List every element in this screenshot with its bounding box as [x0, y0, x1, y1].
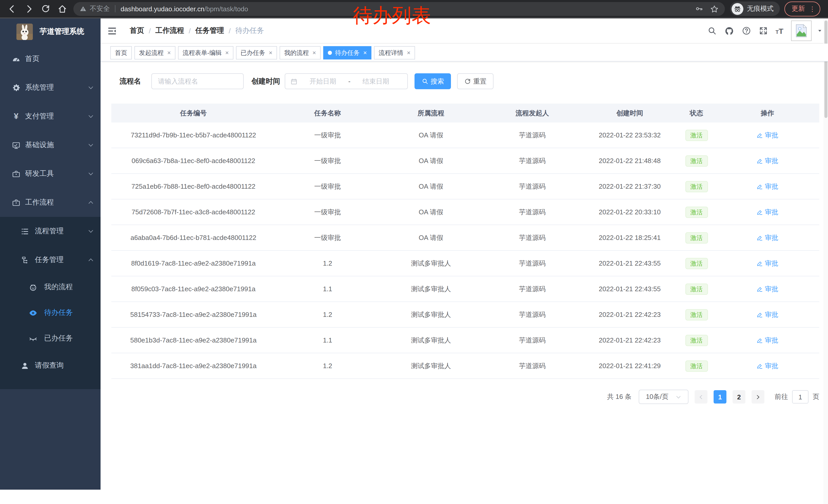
eyeclosed-icon	[29, 334, 37, 343]
breadcrumb-item-待办任务: 待办任务	[235, 26, 264, 35]
gear-icon	[12, 83, 20, 92]
breadcrumb-item-首页[interactable]: 首页	[130, 26, 144, 35]
status-cell: 激活	[677, 327, 716, 353]
tab-close-icon[interactable]: ×	[225, 49, 229, 56]
status-cell: 激活	[677, 225, 716, 250]
browser-menu-icon[interactable]: ⋮	[809, 5, 816, 12]
sidebar-item-研发工具[interactable]: 研发工具	[0, 159, 100, 188]
tab-close-icon[interactable]: ×	[313, 49, 316, 56]
prev-page-icon	[698, 394, 704, 400]
status-cell: 激活	[677, 276, 716, 302]
approve-link[interactable]: 审批	[757, 156, 778, 165]
approve-link[interactable]: 审批	[757, 335, 778, 345]
avatar[interactable]	[791, 20, 812, 41]
breadcrumb-item-工作流程[interactable]: 工作流程	[156, 26, 184, 35]
breadcrumb-item-任务管理[interactable]: 任务管理	[196, 26, 224, 35]
approve-link[interactable]: 审批	[757, 131, 778, 140]
tab-流程表单-编辑[interactable]: 流程表单-编辑×	[178, 46, 234, 59]
chevron-down-icon	[88, 228, 94, 234]
tab-首页[interactable]: 首页	[110, 46, 132, 59]
approve-link[interactable]: 审批	[757, 361, 778, 370]
tab-label: 首页	[115, 48, 127, 57]
sidebar-item-系统管理[interactable]: 系统管理	[0, 73, 100, 102]
page-button-2[interactable]: 2	[733, 390, 745, 404]
approve-link[interactable]: 审批	[757, 208, 778, 217]
approve-link[interactable]: 审批	[757, 284, 778, 293]
sidebar-item-任务管理[interactable]: 任务管理	[0, 245, 100, 274]
avatar-caret-icon[interactable]	[817, 28, 822, 33]
page-scrollbar[interactable]	[823, 18, 828, 504]
fullscreen-icon[interactable]	[758, 26, 768, 35]
tab-已办任务[interactable]: 已办任务×	[236, 46, 277, 59]
task-id-cell: 75d72608-7b7f-11ec-a3c8-acde48001122	[111, 199, 276, 225]
approve-link-label: 审批	[765, 156, 778, 165]
pen-icon	[757, 337, 763, 343]
tab-close-icon[interactable]: ×	[407, 49, 410, 56]
url-separator	[115, 5, 115, 12]
sidebar-collapse-icon[interactable]	[107, 26, 117, 36]
sidebar-item-工作流程[interactable]: 工作流程	[0, 188, 100, 217]
search-icon[interactable]	[707, 26, 716, 35]
reset-button[interactable]: 重置	[457, 73, 494, 89]
security-label[interactable]: 不安全	[90, 4, 110, 13]
start-date-placeholder[interactable]: 开始日期	[309, 77, 336, 86]
initiator-cell: 芋道源码	[482, 174, 582, 199]
tab-close-icon[interactable]: ×	[167, 49, 171, 56]
logo-row[interactable]: 芋道管理系统	[0, 18, 100, 45]
page-button-1[interactable]: 1	[714, 390, 727, 404]
github-icon[interactable]	[724, 26, 734, 36]
browser-back-icon[interactable]	[7, 4, 17, 13]
user-icon	[20, 361, 29, 370]
next-page-button[interactable]	[752, 390, 764, 404]
bookmark-star-icon[interactable]	[710, 4, 719, 13]
sidebar-item-待办任务[interactable]: 待办任务	[0, 300, 100, 326]
status-badge: 激活	[685, 181, 708, 192]
scrollbar-thumb[interactable]	[824, 20, 827, 118]
active-tab-dot	[328, 51, 332, 55]
process-name-label: 流程名	[120, 77, 141, 86]
action-cell: 审批	[716, 123, 819, 148]
tab-close-icon[interactable]: ×	[363, 49, 367, 56]
sidebar-item-label: 请假查询	[35, 361, 64, 370]
help-icon[interactable]	[742, 26, 751, 35]
select-chevron-icon	[676, 394, 681, 400]
end-date-placeholder[interactable]: 结束日期	[363, 77, 389, 86]
sidebar-item-label: 系统管理	[25, 83, 54, 92]
process-cell: 测试多审批人	[380, 327, 482, 353]
sidebar-item-流程管理[interactable]: 流程管理	[0, 217, 100, 245]
browser-home-icon[interactable]	[57, 4, 67, 13]
font-size-icon[interactable]: TT	[776, 27, 783, 35]
tab-发起流程[interactable]: 发起流程×	[134, 46, 175, 59]
date-range-input[interactable]: 开始日期 - 结束日期	[285, 73, 408, 89]
prev-page-button[interactable]	[695, 390, 707, 404]
task-name-cell: 1.1	[276, 327, 380, 353]
search-button[interactable]: 搜索	[415, 73, 451, 89]
tab-close-icon[interactable]: ×	[269, 49, 273, 56]
update-button[interactable]: 更新 ⋮	[784, 1, 820, 16]
sidebar-item-我的流程[interactable]: 我的流程	[0, 274, 100, 300]
pen-icon	[757, 312, 763, 318]
browser-forward-icon[interactable]	[24, 4, 34, 13]
task-id-cell: a6aba0a4-7b6d-11ec-b781-acde48001122	[111, 225, 276, 250]
tab-流程详情[interactable]: 流程详情×	[374, 46, 415, 59]
tab-我的流程[interactable]: 我的流程×	[280, 46, 321, 59]
sidebar-item-首页[interactable]: 首页	[0, 45, 100, 73]
approve-link[interactable]: 审批	[757, 182, 778, 191]
tab-待办任务[interactable]: 待办任务×	[323, 46, 371, 59]
update-label[interactable]: 更新	[792, 4, 805, 13]
password-key-icon[interactable]	[695, 5, 703, 13]
sidebar-item-基础设施[interactable]: 基础设施	[0, 131, 100, 159]
create-time-cell: 2022-01-21 22:42:23	[582, 302, 677, 327]
browser-reload-icon[interactable]	[41, 4, 50, 13]
goto-page-input[interactable]: 1	[792, 390, 809, 404]
sidebar-item-支付管理[interactable]: ¥支付管理	[0, 102, 100, 131]
sidebar-item-已办任务[interactable]: 已办任务	[0, 326, 100, 351]
process-name-input[interactable]: 请输入流程名	[151, 73, 244, 89]
sidebar-item-请假查询[interactable]: 请假查询	[0, 351, 100, 380]
table-row: 069c6a63-7b8a-11ec-8ef0-acde48001122一级审批…	[111, 148, 819, 174]
approve-link[interactable]: 审批	[757, 233, 778, 242]
approve-link[interactable]: 审批	[757, 310, 778, 319]
sidebar-menu: 首页系统管理¥支付管理基础设施研发工具工作流程流程管理任务管理我的流程待办任务已…	[0, 45, 100, 389]
approve-link[interactable]: 审批	[757, 259, 778, 268]
page-size-select[interactable]: 10条/页	[639, 390, 689, 404]
